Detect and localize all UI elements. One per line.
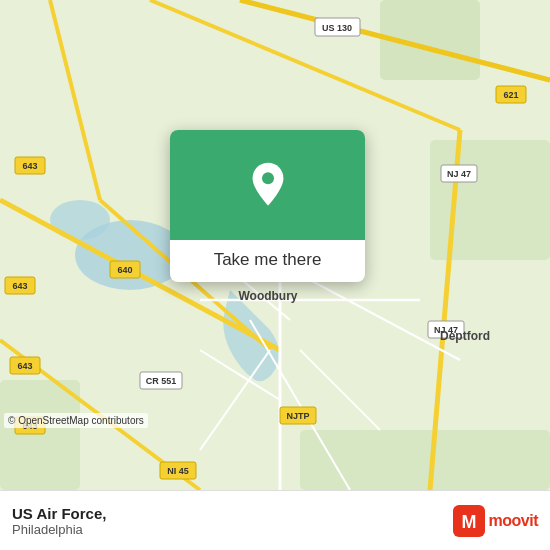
- svg-point-49: [262, 172, 274, 184]
- svg-text:Deptford: Deptford: [440, 329, 490, 343]
- bottom-bar: US Air Force, Philadelphia M moovit: [0, 490, 550, 550]
- svg-text:M: M: [461, 512, 476, 532]
- svg-text:643: 643: [12, 281, 27, 291]
- popup-text-area: Take me there: [170, 240, 365, 282]
- svg-text:US 130: US 130: [322, 23, 352, 33]
- svg-text:NJTP: NJTP: [286, 411, 309, 421]
- osm-credit: © OpenStreetMap contributors: [4, 413, 148, 428]
- svg-rect-6: [300, 430, 550, 490]
- svg-text:CR 551: CR 551: [146, 376, 177, 386]
- moovit-label: moovit: [489, 512, 538, 530]
- svg-text:643: 643: [22, 161, 37, 171]
- svg-text:NI 45: NI 45: [167, 466, 189, 476]
- svg-rect-5: [0, 380, 80, 490]
- svg-text:640: 640: [117, 265, 132, 275]
- svg-rect-4: [430, 140, 550, 260]
- popup-card: Take me there: [170, 130, 365, 282]
- svg-text:643: 643: [17, 361, 32, 371]
- svg-text:Woodbury: Woodbury: [238, 289, 297, 303]
- popup-header: [170, 130, 365, 240]
- take-me-there-button[interactable]: Take me there: [214, 250, 322, 270]
- svg-text:621: 621: [503, 90, 518, 100]
- moovit-logo: M moovit: [453, 505, 538, 537]
- location-pin-icon: [244, 161, 292, 209]
- location-info: US Air Force, Philadelphia: [12, 505, 106, 537]
- location-city: Philadelphia: [12, 522, 106, 537]
- location-name: US Air Force,: [12, 505, 106, 522]
- map-container: US 130 NJ 47 NJ 47 643 643 643 643 640 6…: [0, 0, 550, 490]
- svg-text:NJ 47: NJ 47: [447, 169, 471, 179]
- moovit-brand-icon: M: [453, 505, 485, 537]
